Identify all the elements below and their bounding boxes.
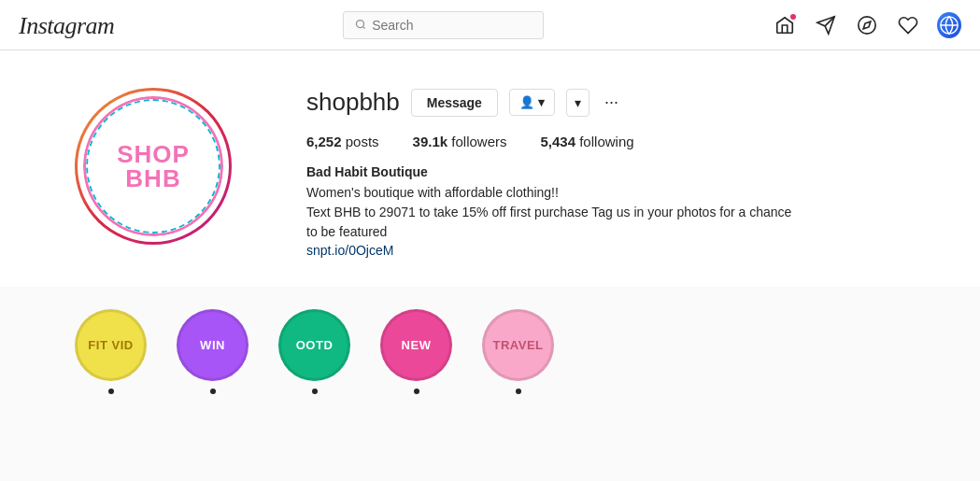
heart-icon[interactable]: [896, 13, 920, 37]
followers-stat[interactable]: 39.1k followers: [413, 134, 507, 149]
story-indicator-dot: [210, 389, 216, 394]
following-stat[interactable]: 5,434 following: [540, 134, 633, 149]
search-input[interactable]: [372, 18, 532, 33]
story-item[interactable]: OOTD: [278, 309, 350, 394]
globe-icon[interactable]: [937, 13, 961, 37]
posts-count: 6,252: [306, 134, 342, 149]
bio-line2: Text BHB to 29071 to take 15% off first …: [306, 205, 791, 219]
story-item[interactable]: FIT VID: [75, 309, 147, 394]
svg-point-3: [859, 16, 875, 33]
story-item[interactable]: TRAVEL: [482, 309, 554, 394]
header: Instagram: [0, 0, 980, 50]
story-item[interactable]: NEW: [380, 309, 452, 394]
posts-stat[interactable]: 6,252 posts: [306, 134, 379, 149]
posts-label: posts: [346, 134, 379, 149]
svg-line-1: [363, 26, 365, 28]
bio-name: Bad Habit Boutique: [306, 164, 924, 179]
bio-text: Women's boutique with affordable clothin…: [306, 183, 924, 242]
home-icon[interactable]: [773, 13, 797, 37]
chevron-down-icon: ▾: [538, 95, 545, 109]
story-circle: OOTD: [278, 309, 350, 381]
story-indicator-dot: [414, 389, 419, 394]
stats-row: 6,252 posts 39.1k followers 5,434 follow…: [306, 134, 924, 149]
search-icon: [355, 17, 366, 34]
following-count: 5,434: [540, 134, 575, 149]
bio-link[interactable]: snpt.io/0OjceM: [306, 243, 393, 258]
header-nav-icons: [773, 13, 961, 37]
followers-label: followers: [451, 134, 506, 149]
stories-section: FIT VIDWINOOTDNEWTRAVEL: [0, 287, 980, 422]
message-button[interactable]: Message: [411, 89, 498, 117]
follow-icon: 👤: [519, 95, 534, 109]
svg-point-0: [357, 20, 364, 27]
story-circle: FIT VID: [75, 309, 147, 381]
compass-icon[interactable]: [855, 13, 879, 37]
story-indicator-dot: [108, 389, 114, 394]
svg-marker-4: [863, 21, 871, 29]
followers-count: 39.1k: [413, 134, 448, 149]
avatar-text-shop: SHOP: [117, 142, 190, 166]
profile-info: shopbhb Message 👤 ▾ ▾ ··· 6,252 posts 39…: [306, 88, 924, 259]
story-indicator-dot: [312, 389, 318, 394]
story-circle: TRAVEL: [482, 309, 554, 381]
profile-username-row: shopbhb Message 👤 ▾ ▾ ···: [306, 88, 924, 117]
profile-section: SHOP BHB shopbhb Message 👤 ▾ ▾ ··· 6,252: [0, 50, 980, 287]
profile-username: shopbhb: [306, 88, 400, 117]
avatar-container[interactable]: SHOP BHB: [75, 88, 232, 245]
home-notification-dot: [790, 14, 796, 20]
avatar-ring: SHOP BHB: [75, 88, 232, 245]
story-item[interactable]: WIN: [177, 309, 249, 394]
follow-dropdown-button[interactable]: 👤 ▾: [509, 89, 555, 116]
bio-line3: to be featured: [306, 224, 387, 239]
avatar-inner: SHOP BHB: [79, 92, 227, 240]
instagram-logo: Instagram: [19, 10, 114, 40]
search-bar[interactable]: [343, 11, 544, 39]
ellipsis-icon: ···: [604, 92, 618, 111]
send-icon[interactable]: [814, 13, 838, 37]
avatar-text-bhb: BHB: [125, 166, 180, 191]
avatar-content: SHOP BHB: [83, 96, 223, 236]
dropdown-arrow-button[interactable]: ▾: [566, 89, 589, 117]
more-options-button[interactable]: ···: [601, 92, 622, 112]
story-circle: WIN: [177, 309, 249, 381]
following-label: following: [579, 134, 633, 149]
bio-line1: Women's boutique with affordable clothin…: [306, 185, 559, 200]
arrow-down-icon: ▾: [575, 95, 581, 110]
story-indicator-dot: [516, 389, 521, 394]
bio-section: Bad Habit Boutique Women's boutique with…: [306, 164, 924, 259]
story-circle: NEW: [380, 309, 452, 381]
